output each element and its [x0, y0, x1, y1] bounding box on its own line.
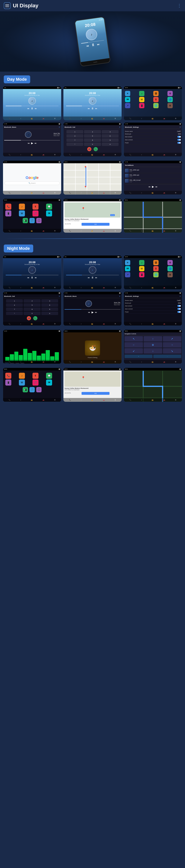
rest-bottom-3[interactable]: 📻: [91, 230, 93, 232]
night-cp-maps[interactable]: 🗺: [46, 379, 52, 385]
night-app-12[interactable]: ⊞: [167, 272, 173, 277]
night-cp-waze[interactable]: W: [19, 379, 25, 385]
night-eq-b5[interactable]: ⚙: [54, 361, 55, 363]
more-options-icon[interactable]: ⋮: [177, 3, 181, 8]
power-toggle[interactable]: [178, 142, 181, 144]
night-bm-4[interactable]: 🚗: [103, 323, 105, 324]
dial-star[interactable]: *: [67, 143, 83, 146]
car-prev-icon[interactable]: ⏮: [27, 107, 29, 110]
night-connect-toggle[interactable]: [178, 308, 181, 310]
app-bottom-2[interactable]: ♪: [141, 118, 142, 119]
rest-bottom-4[interactable]: 🚗: [103, 230, 105, 232]
dial-7[interactable]: 7: [67, 138, 83, 142]
bt-bottom-2[interactable]: ♪: [20, 154, 21, 156]
night-cp-dock-2[interactable]: 🎵: [29, 387, 35, 392]
night-btmusic-close[interactable]: ✕: [119, 296, 121, 297]
music-list-item-1[interactable]: 华乐_22RE.mp3 local: [125, 168, 181, 173]
social-play[interactable]: ▶: [152, 185, 154, 188]
tbt-right[interactable]: →: [163, 342, 181, 347]
bottom-icon-5[interactable]: ⚙: [54, 118, 55, 119]
tbt-up[interactable]: ↑: [144, 336, 162, 341]
next-track-icon[interactable]: ⏭: [97, 42, 100, 46]
bottom-icon-4[interactable]: 🚗: [43, 118, 44, 119]
tbt-down-right[interactable]: ↘: [163, 348, 181, 353]
night-fd-5[interactable]: ⚙: [114, 361, 116, 363]
dial-4[interactable]: 4: [67, 134, 83, 137]
night-fd-3[interactable]: 📻: [91, 361, 93, 363]
night-btsettings-close[interactable]: ✕: [180, 296, 181, 297]
google-bottom-5[interactable]: ⚙: [54, 192, 55, 194]
app-bottom-5[interactable]: ⚙: [175, 118, 176, 119]
app-icon-nav[interactable]: ↗: [125, 103, 130, 108]
night-b1-4[interactable]: 🚗: [43, 287, 44, 288]
bt-bottom-4[interactable]: 🚗: [43, 154, 44, 156]
night-app-5[interactable]: 🗺: [125, 266, 130, 271]
dial-1[interactable]: 1: [67, 130, 83, 133]
app-icon-maps[interactable]: 🗺: [125, 97, 130, 102]
car-prev-icon-2[interactable]: ⏮: [88, 107, 90, 110]
app-icon-phone[interactable]: 📱: [139, 103, 144, 108]
night-bs-4[interactable]: 🚗: [163, 323, 165, 324]
btcall-bottom-4[interactable]: 🚗: [103, 154, 105, 156]
app-icon-settings[interactable]: ⚙: [167, 91, 173, 96]
night-tbt-b2[interactable]: ♪: [141, 361, 142, 363]
night-dial-7[interactable]: 7: [6, 308, 23, 311]
btsettings-bottom-5[interactable]: ⚙: [175, 154, 176, 156]
auto-connect-toggle[interactable]: [178, 139, 181, 141]
car-play-icon[interactable]: ⏸: [31, 107, 33, 110]
tbt-left[interactable]: ←: [125, 342, 143, 347]
bt-bottom-3[interactable]: 📻: [31, 154, 33, 156]
night-btm-play[interactable]: ▶: [91, 311, 94, 314]
app-icon-photos[interactable]: 🖼: [153, 91, 159, 96]
map-bottom-2[interactable]: ♪: [81, 192, 82, 194]
night-bc-2[interactable]: ♪: [20, 323, 21, 324]
night-nv-3[interactable]: 📻: [152, 399, 154, 401]
dial-6[interactable]: 6: [102, 134, 118, 137]
night-nv-5[interactable]: ⚙: [175, 399, 176, 401]
play-pause-icon[interactable]: ⏸: [91, 42, 95, 47]
bt-settings-close[interactable]: ✕: [180, 126, 181, 128]
night-dial-3[interactable]: 3: [41, 299, 58, 303]
bt-call-close[interactable]: ✕: [119, 126, 121, 128]
carplay-waze[interactable]: W: [19, 210, 25, 216]
tbt-zoom-in[interactable]: +: [125, 354, 153, 358]
night-dial-hash[interactable]: #: [41, 312, 58, 315]
night-nv-1[interactable]: 📞: [130, 399, 131, 401]
carplay-bottom-3[interactable]: 📻: [31, 230, 33, 232]
night-app-8[interactable]: 🔵: [167, 266, 173, 271]
social-bottom-1[interactable]: 📞: [130, 192, 131, 194]
social-next[interactable]: ⏭: [156, 186, 157, 188]
night-cp-dock-3[interactable]: 🎧: [36, 387, 42, 392]
night-next-2[interactable]: ⏭: [95, 277, 97, 279]
night-cp-app[interactable]: 📱: [5, 379, 11, 385]
google-search-box[interactable]: 🔍 Search: [4, 181, 60, 185]
bt-next[interactable]: ⏭: [35, 142, 36, 144]
bottom-icon-3[interactable]: 📻: [31, 118, 33, 119]
google-bottom-2[interactable]: ♪: [20, 192, 21, 194]
carplay-maps[interactable]: 🗺: [46, 210, 52, 216]
night-eq-b1[interactable]: 📞: [9, 361, 10, 363]
bottom-icon-1[interactable]: 📞: [9, 118, 10, 119]
social-bottom-4[interactable]: 🚗: [163, 192, 165, 194]
night-app-11[interactable]: 🌐: [153, 272, 159, 277]
night-prev-1[interactable]: ⏮: [27, 277, 29, 279]
night-dial-star[interactable]: *: [6, 312, 23, 315]
night-bs-2[interactable]: ♪: [141, 323, 142, 324]
night-b2-5[interactable]: ⚙: [114, 287, 116, 288]
dial-2[interactable]: 2: [84, 130, 101, 133]
tbt-down-left[interactable]: ↙: [125, 348, 143, 353]
night-app-6[interactable]: W: [139, 266, 144, 271]
night-cp-spotify[interactable]: 🎵: [32, 379, 38, 385]
car-next-icon[interactable]: ⏭: [35, 107, 37, 110]
carplay-music[interactable]: ♪: [19, 204, 25, 210]
night-cp-music[interactable]: ♪: [19, 373, 25, 379]
night-bc-4[interactable]: 🚗: [43, 323, 44, 324]
night-ab-3[interactable]: 📻: [152, 287, 154, 288]
app-icon-bt[interactable]: B: [153, 97, 159, 102]
night-bm-3[interactable]: 📻: [91, 323, 93, 324]
night-cp-phone[interactable]: 📞: [5, 373, 11, 379]
night-rb-3[interactable]: 📻: [91, 399, 93, 401]
night-b2-3[interactable]: 📻: [91, 287, 93, 288]
night-bc-5[interactable]: ⚙: [54, 323, 55, 324]
night-dial-9[interactable]: 9: [41, 308, 58, 311]
